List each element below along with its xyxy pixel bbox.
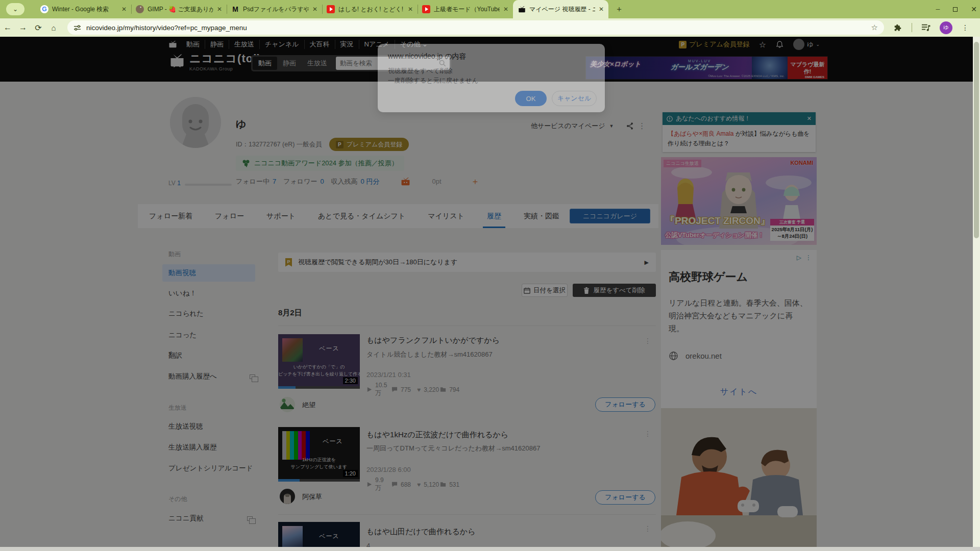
google-favicon-icon: G xyxy=(40,5,48,13)
tab-close-icon[interactable]: ✕ xyxy=(599,6,604,13)
window-minimize-button[interactable]: ─ xyxy=(936,6,940,12)
bookmark-star-icon[interactable]: ☆ xyxy=(871,23,878,32)
dialog-title: www.nicovideo.jp の内容 xyxy=(388,52,595,61)
tab-close-icon[interactable]: ✕ xyxy=(121,6,127,13)
browser-profile-avatar[interactable]: ゆ xyxy=(940,21,952,34)
modal-dim-overlay xyxy=(0,37,973,551)
site-settings-icon[interactable] xyxy=(74,24,81,32)
tab-close-icon[interactable]: ✕ xyxy=(408,6,413,13)
tab-title: はしる! とおく! とどく! - 薄塩指数 fe xyxy=(338,5,404,14)
scrollbar-thumb[interactable] xyxy=(974,42,979,238)
youtube-favicon-icon xyxy=(327,5,335,13)
note-favicon-icon: M xyxy=(231,5,239,13)
browser-tab[interactable]: ۫ GIMP - 🍓 ご支援ありがとうござい ✕ xyxy=(131,0,227,18)
browser-tab[interactable]: はしる! とおく! とどく! - 薄塩指数 fe ✕ xyxy=(322,0,418,18)
url-bar[interactable]: nicovideo.jp/my/history/video?ref=pc_myp… xyxy=(67,20,884,35)
back-button[interactable]: ← xyxy=(0,23,15,32)
forward-button[interactable]: → xyxy=(15,23,31,32)
gimp-favicon-icon: ۫ xyxy=(136,5,144,13)
window-maximize-button[interactable] xyxy=(953,7,958,12)
nicovideo-page: 動画 静画 生放送 チャンネル 大百科 実況 Nアニメ その他 ⌄ P プレミア… xyxy=(0,37,973,551)
extensions-icon[interactable] xyxy=(894,23,902,32)
home-button[interactable]: ⌂ xyxy=(46,23,61,32)
dialog-body: 一度削除すると元に戻せません xyxy=(388,77,478,84)
browser-window: ⌄ G Winter - Google 検索 ✕ ۫ GIMP - 🍓 ご支援あ… xyxy=(0,0,980,551)
playlist-queue-icon[interactable] xyxy=(921,23,930,32)
niconico-favicon-icon xyxy=(518,5,526,13)
dialog-ok-button[interactable]: OK xyxy=(515,91,547,106)
url-text[interactable]: nicovideo.jp/my/history/video?ref=pc_myp… xyxy=(86,24,866,32)
browser-confirm-dialog: www.nicovideo.jp の内容 視聴履歴をすべて削除 一度削除すると元… xyxy=(378,44,605,112)
dialog-body: 視聴履歴をすべて削除 xyxy=(388,67,452,74)
tab-title: Psdファイルをバラすやつ｜饅頭遣い xyxy=(243,5,309,14)
browser-tab[interactable]: G Winter - Google 検索 ✕ xyxy=(36,0,131,18)
browser-menu-kebab-icon[interactable]: ⋮ xyxy=(962,23,969,32)
dialog-cancel-button[interactable]: キャンセル xyxy=(552,91,597,106)
tab-search-button[interactable]: ⌄ xyxy=(6,3,24,15)
tab-title: 上級者モード（YouTube Studio ア xyxy=(434,5,500,14)
tab-title: Winter - Google 検索 xyxy=(52,5,118,14)
browser-tab-active[interactable]: マイページ 視聴履歴 - ニコニコ ✕ xyxy=(513,0,608,18)
new-tab-button[interactable]: ＋ xyxy=(615,4,623,15)
browser-tab[interactable]: 上級者モード（YouTube Studio ア ✕ xyxy=(418,0,513,18)
browser-tab-strip: ⌄ G Winter - Google 検索 ✕ ۫ GIMP - 🍓 ご支援あ… xyxy=(0,0,980,18)
tab-close-icon[interactable]: ✕ xyxy=(217,6,222,13)
tab-close-icon[interactable]: ✕ xyxy=(503,6,508,13)
tab-title: GIMP - 🍓 ご支援ありがとうござい xyxy=(148,5,213,14)
browser-toolbar: ← → ⟳ ⌂ nicovideo.jp/my/history/video?re… xyxy=(0,18,980,37)
toolbar-divider xyxy=(912,23,912,32)
youtube-favicon-icon xyxy=(422,5,430,13)
reload-button[interactable]: ⟳ xyxy=(31,23,46,33)
browser-tab[interactable]: M Psdファイルをバラすやつ｜饅頭遣い ✕ xyxy=(227,0,322,18)
taskbar-edge xyxy=(0,547,980,551)
window-close-button[interactable]: ✕ xyxy=(971,5,977,13)
tab-close-icon[interactable]: ✕ xyxy=(312,6,317,13)
page-scrollbar[interactable] xyxy=(973,37,980,551)
tab-title: マイページ 視聴履歴 - ニコニコ xyxy=(529,5,595,14)
